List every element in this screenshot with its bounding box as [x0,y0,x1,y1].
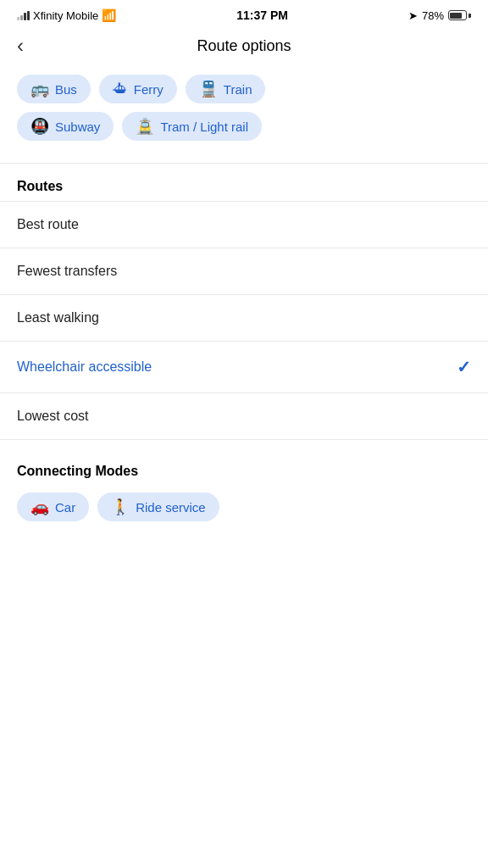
status-right: ➤ 78% [408,9,471,22]
chip-ferry-label: Ferry [134,82,164,97]
route-item-least-walking[interactable]: Least walking [0,295,488,341]
connecting-chips-section: 🚗 Car 🚶 Ride service [0,486,488,543]
route-item-lowest-cost[interactable]: Lowest cost [0,393,488,439]
subway-icon: 🚇 [30,119,49,134]
chip-tram[interactable]: 🚊 Tram / Light rail [122,112,262,141]
chip-bus[interactable]: 🚌 Bus [17,75,91,103]
header: ‹ Route options [0,27,488,68]
route-label-lowest-cost: Lowest cost [17,409,88,424]
chip-ride-service-label: Ride service [136,500,206,515]
ride-service-icon: 🚶 [111,499,130,515]
chip-tram-label: Tram / Light rail [160,120,248,134]
carrier-label: Xfinity Mobile [33,9,98,22]
route-label-best-route: Best route [17,217,79,232]
transport-chips-row2: 🚇 Subway 🚊 Tram / Light rail [17,112,471,141]
chip-ferry[interactable]: ⛴ Ferry [99,75,177,103]
status-time: 11:37 PM [236,8,288,22]
route-label-fewest-transfers: Fewest transfers [17,264,117,279]
status-bar: Xfinity Mobile 📶 11:37 PM ➤ 78% [0,0,488,27]
transport-chips-section: 🚌 Bus ⛴ Ferry 🚆 Train 🚇 Subway 🚊 Tram / … [0,68,488,163]
location-icon: ➤ [408,9,418,22]
connecting-modes-label: Connecting Modes [0,448,488,486]
train-icon: 🚆 [199,81,218,97]
bus-icon: 🚌 [30,81,49,97]
status-left: Xfinity Mobile 📶 [17,8,116,22]
chip-car[interactable]: 🚗 Car [17,492,89,521]
signal-icon [17,11,30,20]
chip-train-label: Train [224,82,252,97]
battery-percent: 78% [422,9,444,22]
route-item-fewest-transfers[interactable]: Fewest transfers [0,248,488,294]
checkmark-icon: ✓ [457,357,471,377]
chip-bus-label: Bus [55,82,77,97]
route-item-best-route[interactable]: Best route [0,202,488,248]
routes-section-label: Routes [0,164,488,201]
connecting-chips-row: 🚗 Car 🚶 Ride service [17,492,471,521]
wifi-icon: 📶 [102,8,116,22]
chip-subway[interactable]: 🚇 Subway [17,112,114,141]
chip-train[interactable]: 🚆 Train [186,75,266,103]
chip-car-label: Car [55,500,75,515]
page-title: Route options [197,37,291,55]
chip-ride-service[interactable]: 🚶 Ride service [97,492,219,521]
ferry-icon: ⛴ [113,81,128,97]
tram-icon: 🚊 [136,119,154,134]
back-button[interactable]: ‹ [17,36,24,56]
connecting-modes-section: Connecting Modes 🚗 Car 🚶 Ride service [0,440,488,543]
car-icon: 🚗 [30,499,49,515]
route-item-wheelchair-accessible[interactable]: Wheelchair accessible ✓ [0,342,488,392]
transport-chips-row1: 🚌 Bus ⛴ Ferry 🚆 Train [17,75,471,103]
chip-subway-label: Subway [55,120,100,134]
route-label-wheelchair-accessible: Wheelchair accessible [17,359,152,375]
route-label-least-walking: Least walking [17,310,99,326]
battery-icon [448,10,471,20]
